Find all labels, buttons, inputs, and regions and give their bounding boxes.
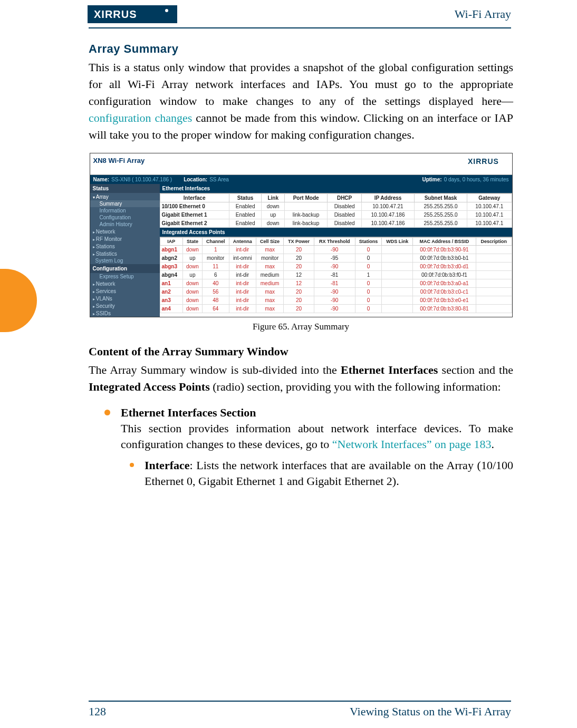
eth-col: Interface	[160, 194, 229, 202]
table-row[interactable]: 10/100 Ethernet 0EnableddownDisabled10.1…	[160, 202, 512, 211]
iap-cell: up	[182, 271, 202, 279]
iap-cell	[476, 271, 512, 279]
bullet1-title: Ethernet Interfaces Section	[121, 406, 256, 419]
iap-cell: 0	[355, 279, 382, 288]
iap-cell: 00:0f:7d:0b:b3:c0-c1	[412, 288, 476, 296]
svg-text:XIRRUS: XIRRUS	[468, 157, 499, 166]
iap-cell: int-dir	[229, 305, 256, 313]
bullet-icon	[130, 463, 134, 467]
table-row[interactable]: abgn2upmonitorint-omnimonitor20-95000:0f…	[160, 254, 512, 263]
status-name-value: SS-XN8 ( 10.100.47.186 )	[111, 177, 172, 182]
table-row[interactable]: an4down64int-dirmax20-90000:0f:7d:0b:b3:…	[160, 305, 512, 313]
figure-caption: Figure 65. Array Summary	[89, 322, 513, 332]
iap-col: WDS Link	[382, 238, 412, 246]
iap-col: RX Threshold	[314, 238, 355, 246]
table-row[interactable]: abgn1down1int-dirmax20-90000:0f:7d:0b:b3…	[160, 246, 512, 254]
iap-cell: 11	[202, 263, 229, 271]
sidebar-express-setup[interactable]: Express Setup	[90, 273, 160, 280]
iap-cell: an3	[160, 296, 182, 305]
table-row[interactable]: an1down40int-dirmedium12-81000:0f:7d:0b:…	[160, 279, 512, 288]
status-uptime-label: Uptime:	[422, 177, 441, 182]
sidebar-cfg-vlans[interactable]: VLANs	[90, 295, 160, 302]
eth-cell	[285, 202, 328, 211]
eth-cell: 10.100.47.186	[361, 211, 414, 219]
eth-cell: 10.100.47.1	[467, 219, 512, 228]
brand-logo: XIRRUS	[88, 5, 177, 23]
iap-cell: 00:0f:7d:0b:b3:d0-d1	[412, 263, 476, 271]
eth-col: Status	[229, 194, 262, 202]
iap-cell: -90	[314, 288, 355, 296]
sidebar-rf-monitor[interactable]: RF Monitor	[90, 235, 160, 242]
eth-cell: Gigabit Ethernet 2	[160, 219, 229, 228]
header-product-name: Wi-Fi Array	[455, 7, 511, 21]
iap-cell: -90	[314, 246, 355, 254]
iap-cell: medium	[256, 279, 284, 288]
sidebar-statistics[interactable]: Statistics	[90, 250, 160, 257]
eth-cell: Enabled	[229, 202, 262, 211]
table-row[interactable]: abgn4up6int-dirmedium12-81100:0f:7d:0b:b…	[160, 271, 512, 279]
table-row[interactable]: Gigabit Ethernet 1Enableduplink-backupDi…	[160, 211, 512, 219]
config-changes-link[interactable]: configuration changes	[89, 111, 192, 124]
table-row[interactable]: an3down48int-dirmax20-90000:0f:7d:0b:b3:…	[160, 296, 512, 305]
eth-cell: link-backup	[285, 219, 328, 228]
eth-cell: up	[262, 211, 285, 219]
eth-cell: 255.255.255.0	[415, 211, 467, 219]
iap-cell: int-dir	[229, 263, 256, 271]
table-row[interactable]: an2down56int-dirmax20-90000:0f:7d:0b:b3:…	[160, 288, 512, 296]
iap-cell: max	[256, 246, 284, 254]
sidebar-summary[interactable]: Summary	[90, 200, 160, 207]
sidebar-cfg-network[interactable]: Network	[90, 280, 160, 287]
iap-cell: down	[182, 305, 202, 313]
iap-cell: -90	[314, 305, 355, 313]
p2d: Integrated Access Points	[89, 380, 210, 393]
eth-cell: down	[262, 202, 285, 211]
sidebar-admin-history[interactable]: Admin History	[90, 221, 160, 228]
sidebar-cfg-ssids[interactable]: SSIDs	[90, 309, 160, 317]
sidebar-system-log[interactable]: System Log	[90, 257, 160, 264]
iap-cell: down	[182, 296, 202, 305]
iap-cell: 1	[202, 246, 229, 254]
iap-cell: 48	[202, 296, 229, 305]
iap-col: Cell Size	[256, 238, 284, 246]
iap-cell: 0	[355, 305, 382, 313]
footer-title: Viewing Status on the Wi-Fi Array	[350, 705, 511, 719]
iap-cell	[476, 305, 512, 313]
sidebar: Status Array Summary Information Configu…	[90, 184, 160, 317]
iap-cell: 56	[202, 288, 229, 296]
screenshot-array-summary: XN8 Wi-Fi Array XIRRUS Name: SS-XN8 ( 10…	[90, 153, 513, 317]
iap-cell: 00:0f:7d:0b:b3:80-81	[412, 305, 476, 313]
table-row[interactable]: abgn3down11int-dirmax20-90000:0f:7d:0b:b…	[160, 263, 512, 271]
iap-cell: 12	[284, 279, 314, 288]
iap-cell: abgn3	[160, 263, 182, 271]
sidebar-information[interactable]: Information	[90, 207, 160, 214]
eth-col: Gateway	[467, 194, 512, 202]
iap-table: IAPStateChannelAntennaCell SizeTX PowerR…	[160, 237, 512, 313]
network-interfaces-link[interactable]: “Network Interfaces” on page 183	[332, 438, 492, 451]
bullet-icon	[104, 410, 110, 415]
iap-cell: down	[182, 279, 202, 288]
iap-cell	[476, 288, 512, 296]
status-location-label: Location:	[184, 177, 207, 182]
sidebar-cfg-security[interactable]: Security	[90, 302, 160, 309]
p2a: The Array Summary window is sub-divided …	[89, 363, 341, 376]
iap-cell: 1	[355, 271, 382, 279]
sidebar-array[interactable]: Array	[90, 193, 160, 200]
intro-paragraph: This is a status only window that provid…	[89, 59, 513, 143]
sidebar-configuration[interactable]: Configuration	[90, 214, 160, 221]
iap-cell	[382, 246, 412, 254]
table-row[interactable]: Gigabit Ethernet 2Enableddownlink-backup…	[160, 219, 512, 228]
eth-cell: Enabled	[229, 219, 262, 228]
iap-col: Description	[476, 238, 512, 246]
iap-cell: max	[256, 263, 284, 271]
eth-col: Link	[262, 194, 285, 202]
sidebar-network[interactable]: Network	[90, 228, 160, 235]
sidebar-stations[interactable]: Stations	[90, 242, 160, 250]
iap-cell: 20	[284, 288, 314, 296]
sidebar-cfg-services[interactable]: Services	[90, 287, 160, 295]
eth-cell: 10.100.47.186	[361, 219, 414, 228]
iap-cell: 20	[284, 305, 314, 313]
iap-cell: down	[182, 263, 202, 271]
eth-cell: Disabled	[328, 202, 362, 211]
iap-cell: int-dir	[229, 296, 256, 305]
content-paragraph: The Array Summary window is sub-divided …	[89, 362, 513, 395]
